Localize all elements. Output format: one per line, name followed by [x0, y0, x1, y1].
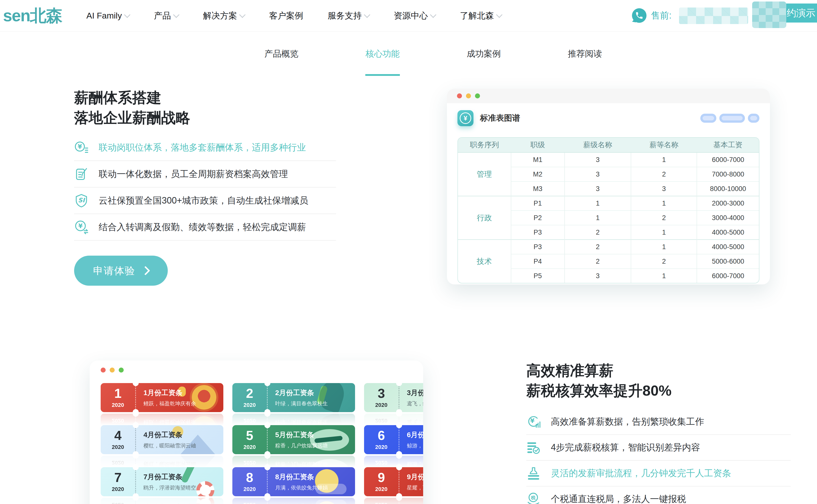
- table-cell: 2000-3000: [697, 196, 759, 211]
- table-cell: P1: [511, 196, 565, 211]
- payslip-ticket-january[interactable]: 12020 1月份工资条鲤跃，福盈乾坤庆有余: [101, 383, 223, 412]
- table-cell: 2: [565, 254, 631, 269]
- yen-badge-icon: ¥: [74, 140, 89, 155]
- nav-item-about-beisen[interactable]: 了解北森: [460, 10, 502, 22]
- book-demo-label: 约演示: [787, 7, 815, 20]
- section-title-line2: 落地企业薪酬战略: [74, 108, 350, 128]
- table-cell: M2: [511, 167, 565, 182]
- month-number: 6: [364, 429, 399, 442]
- nav-item-resources[interactable]: 资源中心: [394, 10, 435, 22]
- table-cell: 4000-5000: [697, 225, 759, 240]
- nav-label: 资源中心: [394, 10, 428, 22]
- payslip-ticket-february[interactable]: 22020 2月份工资条叶绿，满目春色翠枝生: [232, 383, 355, 412]
- nav-item-support[interactable]: 服务支持: [328, 10, 369, 22]
- month-number: 8: [232, 471, 267, 484]
- table-cell: 3: [631, 182, 697, 196]
- payslip-ticket-april[interactable]: 42020 4月份工资条樱红，暖阳融雪润云岫: [101, 425, 223, 454]
- month-number: 2: [232, 387, 267, 400]
- salary-table-wrapper: 职务序列 职级 薪级名称 薪等名称 基本工资 管理 M1 3 1 6000-70…: [457, 137, 759, 283]
- job-series-cell: 行政: [458, 196, 511, 240]
- payslip-title: 1月份工资条: [143, 388, 223, 398]
- table-cell: 8000-10000: [697, 182, 759, 196]
- table-row: 行政 P1 1 1 2000-3000: [458, 196, 759, 211]
- placeholder-button[interactable]: [748, 114, 759, 123]
- feature-bullet: ¥ 结合入转调离及假勤、绩效等数据，轻松完成定调薪: [74, 214, 336, 241]
- toolbar-placeholder-buttons: [700, 114, 759, 123]
- yen-app-icon: ¥: [457, 110, 473, 126]
- feature-text: 联动岗职位体系，落地多套薪酬体系，适用多种行业: [99, 141, 306, 154]
- apply-trial-button[interactable]: 申请体验: [74, 256, 168, 286]
- payslip-title: 2月份工资条: [275, 388, 355, 398]
- year-label: 2020: [232, 444, 267, 450]
- nav-label: 了解北森: [460, 10, 494, 22]
- placeholder-button[interactable]: [700, 114, 716, 123]
- table-cell: P2: [511, 211, 565, 225]
- payslip-ticket-august[interactable]: 82020 8月份工资条月满，依依皎兔共婵娟: [232, 467, 355, 496]
- svg-text:¥: ¥: [530, 417, 535, 424]
- payslip-ticket-september[interactable]: 92020 9月份工资条星耀，万家热: [364, 467, 423, 496]
- tab-success-cases[interactable]: 成功案例: [467, 32, 501, 76]
- window-titlebar: [101, 368, 423, 373]
- feature-bullet-list: ¥ 联动岗职位体系，落地多套薪酬体系，适用多种行业 联动一体化数据，员工全周期薪…: [74, 134, 336, 241]
- nav-item-products[interactable]: 产品: [154, 10, 179, 22]
- nav-item-solutions[interactable]: 解决方案: [203, 10, 245, 22]
- svg-text:¥: ¥: [78, 223, 83, 230]
- window-close-dot: [101, 368, 106, 373]
- year-label: 2020: [101, 402, 135, 408]
- feature-bullet: SI 云社保预置全国300+城市政策，自动生成社保增减员: [74, 188, 336, 214]
- apply-trial-label: 申请体验: [93, 264, 135, 278]
- payslip-ticket-march[interactable]: 32020 3月份工资条鸢飞，缤纷花叶: [364, 383, 423, 412]
- placeholder-button[interactable]: [719, 114, 745, 123]
- nav-item-ai-family[interactable]: AI Family: [86, 11, 129, 21]
- table-cell: 1: [565, 211, 631, 225]
- feature-text: 灵活的发薪审批流程，几分钟发完千人工资条: [551, 467, 731, 479]
- nav-label: 客户案例: [269, 10, 303, 22]
- feature-text: 4步完成薪税核算，智能识别差异内容: [551, 441, 700, 454]
- tab-core-features[interactable]: 核心功能: [366, 32, 400, 76]
- year-label: 2020: [364, 444, 399, 450]
- table-cell: P5: [511, 269, 565, 283]
- feature-bullet: 灵活的发薪审批流程，几分钟发完千人工资条: [526, 461, 791, 486]
- window-minimize-dot: [466, 93, 471, 98]
- feature-bullet: 4步完成薪税核算，智能识别差异内容: [526, 435, 791, 461]
- window-maximize-dot: [475, 93, 480, 98]
- year-label: 2020: [232, 486, 267, 492]
- payslip-title: 9月份工资条: [407, 472, 423, 482]
- feature-text: 结合入转调离及假勤、绩效等数据，轻松完成定调薪: [99, 221, 306, 233]
- svg-text:SI: SI: [78, 197, 85, 204]
- window-minimize-dot: [110, 368, 115, 373]
- phone-icon: [632, 8, 646, 23]
- nav-item-customer-cases[interactable]: 客户案例: [269, 10, 303, 22]
- payslip-ticket-june[interactable]: 62020 6月份工资条鲸游，: [364, 425, 423, 454]
- table-cell: 3: [565, 167, 631, 182]
- year-label: 2020: [101, 486, 135, 492]
- svg-text:¥: ¥: [78, 143, 82, 150]
- payslip-ticket-july[interactable]: 72020 7月份工资条鸥升，浮潜碧海望晴空: [101, 467, 223, 496]
- table-cell: 6000-7000: [697, 152, 759, 167]
- feature-bullet: ¥ 联动岗职位体系，落地多套薪酬体系，适用多种行业: [74, 134, 336, 161]
- presale-label: 售前:: [651, 0, 672, 31]
- column-header: 职务序列: [458, 138, 511, 152]
- feature-text: 联动一体化数据，员工全周期薪资档案高效管理: [99, 168, 288, 180]
- payslip-subtitle: 星耀，万家热: [407, 484, 423, 491]
- section-title-line1: 高效精准算薪: [526, 361, 791, 381]
- payslip-title: 5月份工资条: [275, 430, 355, 440]
- salary-standard-card: ¥ 标准表图谱 职务序列 职级 薪级名称 薪等名称 基本工资: [447, 89, 770, 284]
- payslip-ticket-may[interactable]: 52020 5月份工资条粽香，几户炊烟飘远塘: [232, 425, 355, 454]
- payslip-subtitle: 鲤跃，福盈乾坤庆有余: [143, 400, 223, 407]
- feature-bullet: 联动一体化数据，员工全周期薪资档案高效管理: [74, 161, 336, 188]
- month-number: 5: [232, 429, 267, 442]
- year-label: 2020: [232, 402, 267, 408]
- column-header: 薪等名称: [631, 138, 697, 152]
- table-cell: 3: [565, 182, 631, 196]
- month-number: 3: [364, 387, 399, 400]
- table-cell: P3: [511, 240, 565, 254]
- table-row: 管理 M1 3 1 6000-7000: [458, 152, 759, 167]
- table-cell: 1: [631, 196, 697, 211]
- payslip-title: 6月份工资条: [407, 430, 423, 440]
- top-navigation-bar: sen北森 AI Family 产品 解决方案 客户案例 服务支持: [0, 0, 817, 32]
- beisen-logo[interactable]: sen北森: [3, 0, 62, 31]
- chevron-down-icon: [173, 12, 179, 18]
- tab-recommended-reading[interactable]: 推荐阅读: [568, 32, 602, 76]
- tab-product-overview[interactable]: 产品概览: [264, 32, 298, 76]
